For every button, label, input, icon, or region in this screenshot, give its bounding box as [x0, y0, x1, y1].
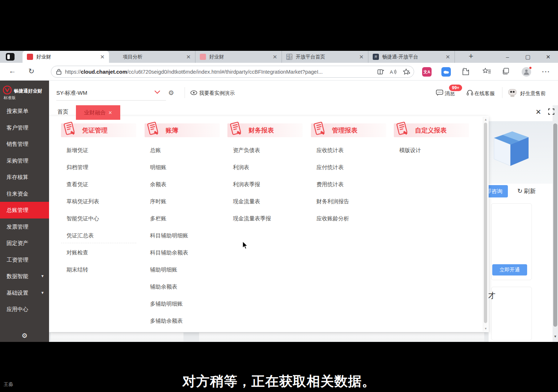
tab-close-icon[interactable]: ✕ — [271, 54, 279, 60]
messages-icon[interactable] — [436, 90, 443, 96]
browser-menu-button[interactable]: ··· — [542, 68, 550, 75]
menu-item-科目辅助明细账[interactable]: 科目辅助明细账 — [150, 232, 188, 239]
messages-label[interactable]: 消息 — [445, 90, 455, 97]
panel-close-icon[interactable]: ✕ — [535, 108, 541, 116]
page-scrollbar-thumb[interactable] — [553, 123, 557, 327]
scroll-down-arrow[interactable]: ▼ — [553, 335, 558, 338]
menu-item-归档管理[interactable]: 归档管理 — [66, 164, 88, 171]
menu-item-费用统计表[interactable]: 费用统计表 — [316, 181, 344, 188]
window-close-button[interactable]: ✕ — [540, 51, 557, 63]
menu-item-利润表[interactable]: 利润表 — [233, 164, 249, 171]
address-bar[interactable]: https://cloud.chanjet.com/cc/u6t720seigd… — [51, 66, 414, 78]
open-now-button[interactable]: 立即开通 — [492, 264, 527, 275]
online-support-label[interactable]: 在线客服 — [474, 90, 495, 97]
menu-item-新增凭证[interactable]: 新增凭证 — [66, 147, 88, 154]
menu-item-明细账[interactable]: 明细账 — [150, 164, 166, 171]
menu-item-多辅助明细账[interactable]: 多辅助明细账 — [150, 301, 183, 307]
browser-tab[interactable]: 好业财✕ — [195, 51, 282, 63]
menu-item-智能凭证中心[interactable]: 智能凭证中心 — [66, 215, 99, 222]
menu-item-草稿凭证列表[interactable]: 草稿凭证列表 — [66, 198, 99, 205]
sidebar-item-应用中心[interactable]: 应用中心 — [0, 301, 49, 318]
menu-scroll-up-arrow[interactable]: ▲ — [483, 118, 488, 121]
tab-actions-icon[interactable] — [6, 53, 15, 61]
refresh-link[interactable]: ↻刷新 — [517, 187, 535, 195]
window-minimize-button[interactable]: – — [499, 51, 516, 63]
translate-app-icon[interactable]: 文A — [422, 67, 432, 77]
tab-home[interactable]: 首页 — [57, 109, 68, 115]
favorites-icon[interactable] — [482, 68, 491, 75]
sidebar-item-发票管理[interactable]: 发票管理 — [0, 219, 49, 235]
sidebar-item-label: 固定资产 — [7, 240, 28, 246]
menu-item-应收账龄分析[interactable]: 应收账龄分析 — [316, 215, 349, 222]
menu-item-应收统计表[interactable]: 应收统计表 — [316, 147, 344, 154]
window-maximize-button[interactable]: ▢ — [519, 51, 536, 63]
sidebar-item-采购管理[interactable]: 采购管理 — [0, 152, 49, 169]
add-favorite-icon[interactable] — [403, 69, 410, 75]
sidebar-gear-icon[interactable]: ⚙ — [0, 332, 49, 340]
extensions-icon[interactable] — [462, 68, 469, 75]
browser-tab[interactable]: 好业财✕ — [23, 51, 109, 63]
menu-item-多辅助余额表[interactable]: 多辅助余额表 — [150, 318, 183, 324]
sidebar-item-客户管理[interactable]: 客户管理 — [0, 119, 49, 136]
menu-item-现金流量表季报[interactable]: 现金流量表季报 — [233, 215, 271, 222]
tab-close-icon[interactable]: ✕ — [444, 54, 452, 60]
back-button[interactable]: ← — [9, 67, 16, 75]
profile-avatar[interactable] — [522, 67, 531, 77]
sidebar-item-固定资产[interactable]: 固定资产 — [0, 235, 49, 252]
menu-item-对账检查[interactable]: 对账检查 — [66, 249, 88, 256]
browser-tab[interactable]: 开放平台开放平台首页✕ — [282, 51, 368, 63]
menu-scrollbar-thumb[interactable] — [484, 123, 487, 323]
refresh-button[interactable]: ↻ — [28, 67, 35, 75]
menu-item-序时账[interactable]: 序时账 — [150, 198, 166, 205]
menu-item-财务利润报告[interactable]: 财务利润报告 — [316, 198, 349, 205]
menu-item-余额表[interactable]: 余额表 — [150, 181, 166, 188]
menu-item-查看凭证[interactable]: 查看凭证 — [66, 181, 88, 188]
menu-item-模版设计[interactable]: 模版设计 — [399, 147, 421, 154]
menu-scroll-down-arrow[interactable]: ▼ — [483, 327, 488, 330]
sidebar-item-基础设置[interactable]: 基础设置▼ — [0, 285, 49, 301]
robot-avatar[interactable] — [507, 87, 518, 98]
menu-scrollbar[interactable]: ▲ ▼ — [483, 117, 488, 331]
menu-item-应付统计表[interactable]: 应付统计表 — [316, 164, 344, 171]
menu-item-科目辅助余额表[interactable]: 科目辅助余额表 — [150, 249, 188, 256]
chevron-down-icon: ▼ — [41, 268, 44, 285]
sidebar-item-工资管理[interactable]: 工资管理 — [0, 252, 49, 268]
sidebar-item-数据智能[interactable]: 数据智能▼ — [0, 268, 49, 285]
menu-item-多栏账[interactable]: 多栏账 — [150, 215, 166, 222]
tab-business-finance[interactable]: 业财融合 ✕ — [76, 105, 120, 120]
tab-close-icon[interactable]: ✕ — [98, 54, 106, 60]
menu-item-期末结转[interactable]: 期末结转 — [66, 266, 88, 273]
tab-close-icon[interactable]: ✕ — [185, 54, 192, 60]
read-aloud-icon[interactable]: A — [390, 69, 397, 75]
tab-close-icon[interactable]: ✕ — [108, 110, 112, 115]
menu-item-凭证汇总表[interactable]: 凭证汇总表 — [66, 232, 94, 239]
browser-tab[interactable]: 开畅捷通-开放平台✕ — [368, 51, 455, 63]
sidebar-item-销售管理[interactable]: 销售管理 — [0, 136, 49, 152]
menu-item-总账[interactable]: 总账 — [150, 147, 161, 154]
settings-gear-icon[interactable]: ⚙ — [168, 89, 174, 97]
headset-icon[interactable] — [466, 89, 473, 96]
menu-item-资产负债表[interactable]: 资产负债表 — [233, 147, 260, 154]
sidebar-item-label: 总账管理 — [7, 207, 28, 213]
menu-item-辅助余额表[interactable]: 辅助余额表 — [150, 283, 177, 290]
presale-label[interactable]: 好生意售前 — [520, 90, 546, 97]
account-selector[interactable]: SY-标准-WM — [56, 90, 87, 97]
tab-close-icon[interactable]: ✕ — [357, 54, 365, 60]
new-tab-button[interactable]: + — [469, 52, 473, 61]
sidebar-item-往来资金[interactable]: 往来资金 — [0, 185, 49, 202]
browser-tab[interactable]: 项目分析✕ — [109, 51, 195, 63]
cloud-app-icon[interactable] — [441, 67, 451, 77]
demo-link[interactable]: 我要看实例演示 — [199, 90, 235, 97]
chevron-down-icon[interactable] — [154, 90, 160, 94]
menu-item-辅助明细账[interactable]: 辅助明细账 — [150, 266, 177, 273]
collections-icon[interactable] — [502, 68, 510, 75]
chevron-down-icon: ▼ — [41, 285, 44, 301]
sidebar-item-库存核算[interactable]: 库存核算 — [0, 169, 49, 185]
page-scrollbar[interactable]: ▼ — [553, 81, 558, 342]
menu-item-现金流量表[interactable]: 现金流量表 — [233, 198, 260, 205]
menu-item-利润表季报[interactable]: 利润表季报 — [233, 181, 260, 188]
split-screen-icon[interactable] — [377, 69, 384, 75]
sidebar-item-搜索菜单[interactable]: 搜索菜单 — [0, 103, 49, 119]
fullscreen-icon[interactable] — [548, 109, 554, 115]
sidebar-item-总账管理[interactable]: 总账管理 — [0, 202, 49, 219]
